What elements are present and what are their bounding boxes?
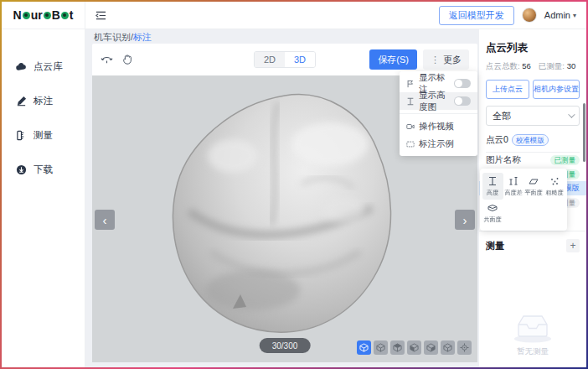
tool-height-difference[interactable]: 高度差 (503, 173, 524, 200)
breadcrumb-current: 标注 (133, 32, 152, 42)
view-orientation-buttons (357, 340, 472, 355)
rotate-tool-icon[interactable] (101, 54, 113, 66)
view-front-button[interactable] (374, 340, 388, 355)
filter-value: 全部 (493, 110, 511, 122)
tool-height[interactable]: 高度 (482, 173, 503, 200)
measure-section-title: 测量 (486, 240, 504, 252)
download-icon (16, 164, 27, 175)
more-dropdown-menu: 显示标注 显示高度图 操作视频 (400, 71, 477, 156)
viewer-card: 2D 3D 保存(S) ⋮ 更多 显示标注 (92, 44, 477, 362)
sidebar-item-download[interactable]: 下载 (2, 153, 85, 187)
tool-coplanarity[interactable]: 共面度 (482, 200, 503, 226)
menu-item-show-heightmap[interactable]: 显示高度图 (400, 92, 477, 110)
avatar[interactable] (522, 8, 537, 23)
tool-roughness[interactable]: 粗糙度 (544, 173, 565, 200)
breadcrumb-section[interactable]: 机车识别 (94, 32, 131, 42)
mode-2d-button[interactable]: 2D (255, 52, 285, 67)
crosshair-icon (460, 343, 469, 352)
stat-measured: 已测量: 30 (539, 61, 575, 72)
roughness-tool-icon (549, 176, 560, 186)
pointcloud-group-item[interactable]: 点云0 校准模版 (486, 134, 580, 146)
height-tool-icon (487, 176, 498, 186)
camera-intrinsics-button[interactable]: 相机内参设置 (533, 80, 580, 99)
show-heightmap-toggle[interactable] (454, 96, 471, 106)
chevron-left-icon: ‹ (103, 213, 107, 227)
menu-item-label: 操作视频 (419, 121, 454, 133)
panel-buttons: 上传点云 相机内参设置 (486, 80, 580, 99)
cube-icon (393, 343, 402, 352)
menu-divider (400, 113, 477, 114)
caret-down-icon: ▾ (573, 12, 576, 19)
menu-item-label: 显示高度图 (419, 90, 450, 113)
video-icon (406, 122, 415, 131)
sidebar-item-measure[interactable]: 测量 (2, 118, 85, 153)
pan-hand-icon[interactable] (121, 54, 133, 65)
next-image-button[interactable]: › (455, 210, 475, 230)
pen-icon (16, 96, 27, 107)
back-to-model-dev-button[interactable]: 返回模型开发 (439, 6, 514, 25)
sidebar-item-label: 下载 (34, 164, 53, 176)
save-button[interactable]: 保存(S) (369, 49, 417, 70)
sidebar-nav: 点云库 标注 测量 下载 (2, 29, 85, 187)
ruler-icon (16, 130, 27, 141)
height-icon (406, 97, 415, 106)
upload-pointcloud-button[interactable]: 上传点云 (486, 80, 529, 99)
view-left-button[interactable] (407, 340, 421, 355)
more-dots-icon: ⋮ (431, 55, 440, 65)
view-back-button[interactable] (390, 340, 405, 355)
calibration-template-badge: 校准模版 (512, 134, 549, 146)
chevron-down-icon (568, 111, 575, 117)
view-top-button[interactable] (441, 340, 455, 355)
coplanarity-tool-icon (487, 203, 498, 213)
sidebar-item-pointcloud-library[interactable]: 点云库 (2, 49, 85, 84)
content-area: 机车识别/标注 2D 3D 保存(S) (85, 29, 586, 367)
pointcloud-name: 点云0 (486, 134, 508, 146)
menu-item-annotation-example[interactable]: 标注示例 (400, 135, 477, 153)
sidebar-item-annotation[interactable]: 标注 (2, 84, 85, 118)
menu-item-tutorial-video[interactable]: 操作视频 (400, 117, 477, 135)
show-annotation-toggle[interactable] (454, 79, 471, 88)
flag-icon (406, 80, 415, 88)
header-right: 返回模型开发 Admin ▾ (439, 6, 576, 25)
height-diff-tool-icon (508, 176, 518, 186)
cube-icon (359, 343, 369, 352)
recenter-button[interactable] (457, 340, 472, 355)
empty-state-text: 暂无测量 (517, 346, 549, 357)
view-mode-switch: 2D 3D (254, 51, 316, 68)
add-measure-button[interactable]: + (566, 239, 580, 252)
empty-box-icon (510, 310, 555, 344)
tooth-model (152, 84, 404, 335)
panel-stats: 点云总数: 56 已测量: 30 (486, 61, 580, 72)
menu-fold-icon[interactable] (95, 10, 106, 21)
point-cloud-panel: 点云列表 点云总数: 56 已测量: 30 上传点云 相机内参设置 全部 点云0… (479, 29, 586, 367)
view-right-button[interactable] (424, 340, 438, 355)
sidebar-item-label: 标注 (34, 95, 53, 107)
image-list-item[interactable]: 图片名称 已测量 (486, 153, 580, 167)
filter-select[interactable]: 全部 (486, 106, 580, 126)
cube-icon (376, 343, 385, 352)
sidebar-item-label: 点云库 (34, 60, 63, 73)
sidebar-item-label: 测量 (34, 129, 53, 142)
more-button[interactable]: ⋮ 更多 (423, 49, 469, 70)
pagination-counter: 30/300 (260, 338, 311, 353)
prev-image-button[interactable]: ‹ (95, 210, 115, 230)
stat-total: 点云总数: 56 (486, 61, 531, 72)
flatness-tool-icon (529, 176, 539, 186)
mode-3d-button[interactable]: 3D (285, 52, 315, 67)
measure-section-header: 测量 + (479, 231, 586, 252)
tool-flatness[interactable]: 平面度 (524, 173, 544, 200)
panel-title: 点云列表 (486, 41, 580, 55)
cube-icon (410, 343, 419, 352)
list-scrollbar[interactable] (583, 103, 585, 162)
viewer-toolbar: 2D 3D 保存(S) ⋮ 更多 显示标注 (92, 44, 477, 75)
view-cube-perspective-button[interactable] (357, 340, 371, 355)
measured-badge: 已测量 (550, 155, 580, 165)
sidebar: NurBt 点云库 标注 测量 下载 (2, 2, 85, 367)
gear-icon (23, 12, 30, 19)
user-menu[interactable]: Admin ▾ (544, 10, 576, 20)
breadcrumb: 机车识别/标注 (94, 31, 152, 44)
gear-icon (44, 12, 51, 19)
user-name: Admin (544, 10, 570, 20)
app-frame: NurBt 点云库 标注 测量 下载 (0, 0, 588, 369)
example-icon (406, 140, 415, 148)
